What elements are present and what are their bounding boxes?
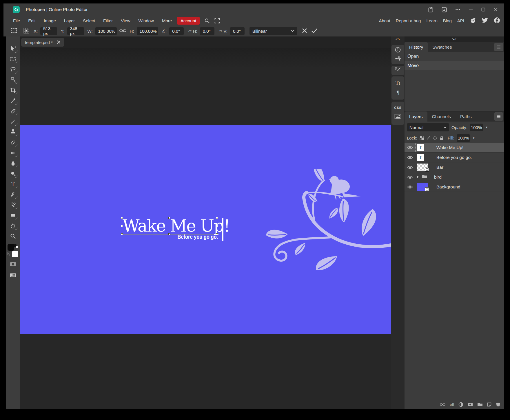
- width-input[interactable]: 100.00%: [95, 27, 117, 35]
- canvas-viewport[interactable]: Wake Me Up! Before you go go.: [20, 48, 391, 409]
- paragraph-panel-icon[interactable]: ¶: [397, 90, 399, 96]
- layer-effects-button[interactable]: eff: [450, 402, 454, 407]
- layer-row-before-you-go-go[interactable]: T Before you go go.: [405, 153, 504, 162]
- layer-name[interactable]: Before you go go.: [436, 155, 472, 160]
- menu-api[interactable]: API: [457, 16, 464, 25]
- reference-point-selector[interactable]: [23, 27, 30, 35]
- menu-more[interactable]: More: [158, 16, 176, 25]
- lock-transparency-icon[interactable]: [420, 136, 424, 140]
- close-button[interactable]: [494, 8, 498, 12]
- history-panel-menu-icon[interactable]: [494, 43, 503, 51]
- swap-colors-icon[interactable]: [7, 252, 11, 257]
- angle-input[interactable]: 0.0°: [169, 27, 184, 35]
- transform-handle-top-middle[interactable]: [168, 217, 170, 219]
- account-button[interactable]: Account: [177, 17, 200, 25]
- menu-image[interactable]: Image: [40, 16, 60, 25]
- hand-tool[interactable]: [8, 221, 18, 231]
- canvas-headline-text[interactable]: Wake Me Up!: [123, 217, 230, 235]
- canvas-subtitle-text[interactable]: Before you go go.: [178, 234, 218, 240]
- brush-tool[interactable]: [8, 116, 18, 127]
- minimize-button[interactable]: [469, 8, 473, 12]
- menu-layer[interactable]: Layer: [60, 16, 79, 25]
- gradient-tool[interactable]: [8, 148, 18, 158]
- fill-slider-arrow[interactable]: ▼: [472, 137, 475, 140]
- transform-handle-bottom-left[interactable]: [121, 233, 123, 235]
- color-swatches[interactable]: [7, 244, 19, 257]
- character-panel-icon[interactable]: Tt: [396, 80, 400, 86]
- opacity-slider-arrow[interactable]: ▼: [485, 126, 488, 129]
- x-input[interactable]: 513 px: [40, 27, 57, 35]
- background-color-swatch[interactable]: [12, 251, 18, 257]
- add-mask-icon[interactable]: [468, 403, 473, 406]
- layer-row-background[interactable]: Background: [405, 182, 504, 192]
- document-tab-close-icon[interactable]: [57, 40, 61, 45]
- twitter-icon[interactable]: [482, 17, 488, 24]
- visibility-eye-icon[interactable]: [405, 185, 416, 189]
- visibility-eye-icon[interactable]: [405, 175, 416, 179]
- delete-layer-icon[interactable]: [496, 402, 500, 407]
- shape-tool[interactable]: [8, 210, 18, 221]
- layers-panel-menu-icon[interactable]: [494, 112, 503, 121]
- canvas-bar-element[interactable]: [222, 218, 223, 241]
- facebook-icon[interactable]: [494, 17, 500, 24]
- path-select-tool[interactable]: [8, 200, 18, 210]
- y-input[interactable]: 348 px: [67, 27, 84, 35]
- menu-learn[interactable]: Learn: [426, 16, 437, 25]
- layer-name[interactable]: Bar: [436, 165, 443, 170]
- fill-input[interactable]: 100%: [457, 134, 470, 142]
- text-layer-thumbnail[interactable]: T: [417, 144, 424, 151]
- menu-file[interactable]: File: [9, 16, 24, 25]
- page-inspect-icon[interactable]: [442, 7, 447, 12]
- text-layer-thumbnail[interactable]: T: [417, 154, 424, 161]
- tab-channels[interactable]: Channels: [427, 111, 456, 122]
- transform-handle-bottom-middle[interactable]: [168, 233, 170, 235]
- layer-name[interactable]: bird: [434, 175, 442, 180]
- move-tool[interactable]: [8, 43, 18, 54]
- new-layer-icon[interactable]: [487, 402, 491, 407]
- menu-filter[interactable]: Filter: [99, 16, 117, 25]
- canvas[interactable]: Wake Me Up! Before you go go.: [20, 125, 391, 334]
- layer-row-bird[interactable]: bird: [405, 172, 504, 182]
- adjustment-layer-icon[interactable]: [458, 402, 463, 407]
- healing-tool[interactable]: [8, 106, 18, 116]
- menu-edit[interactable]: Edit: [24, 16, 40, 25]
- quick-mask-button[interactable]: [8, 259, 18, 269]
- menu-blog[interactable]: Blog: [443, 16, 452, 25]
- foreground-color-swatch[interactable]: [8, 244, 14, 251]
- blur-tool[interactable]: [8, 158, 18, 168]
- document-tab[interactable]: template.psd *: [21, 38, 64, 47]
- menu-view[interactable]: View: [117, 16, 134, 25]
- tab-layers[interactable]: Layers: [405, 111, 427, 122]
- crop-tool[interactable]: [8, 85, 18, 96]
- link-layers-icon[interactable]: [440, 403, 445, 406]
- cancel-transform-icon[interactable]: [302, 28, 307, 34]
- dock-collapse-left[interactable]: <>: [396, 36, 400, 42]
- lock-all-icon[interactable]: [440, 136, 444, 140]
- magic-wand-tool[interactable]: [8, 75, 18, 85]
- opacity-input[interactable]: 100%: [470, 124, 483, 131]
- eraser-tool[interactable]: [8, 137, 18, 148]
- group-expand-arrow-icon[interactable]: [417, 175, 419, 180]
- tab-paths[interactable]: Paths: [456, 111, 476, 122]
- info-panel-icon[interactable]: [395, 47, 401, 54]
- tab-swatches[interactable]: Swatches: [428, 42, 456, 52]
- new-group-icon[interactable]: [477, 402, 483, 406]
- menu-window[interactable]: Window: [134, 16, 158, 25]
- clone-stamp-tool[interactable]: [8, 127, 18, 137]
- clipboard-icon[interactable]: [428, 7, 433, 12]
- confirm-transform-icon[interactable]: [311, 28, 318, 34]
- menu-report-a-bug[interactable]: Report a bug: [396, 16, 421, 25]
- keyboard-shortcuts-button[interactable]: [8, 270, 18, 280]
- dock-collapse-right[interactable]: ><: [405, 36, 504, 42]
- height-input[interactable]: 100.00%: [137, 27, 158, 35]
- raster-layer-thumbnail[interactable]: [417, 164, 428, 171]
- zoom-tool[interactable]: [8, 231, 18, 241]
- reddit-icon[interactable]: [470, 17, 476, 24]
- search-icon[interactable]: [204, 18, 210, 23]
- layer-row-wake-me-up[interactable]: T Wake Me Up!: [405, 143, 504, 153]
- menu-select[interactable]: Select: [79, 16, 99, 25]
- layer-name[interactable]: Wake Me Up!: [436, 145, 463, 150]
- type-tool[interactable]: T: [8, 179, 18, 189]
- lasso-select-tool[interactable]: [8, 64, 18, 75]
- eyedropper-tool[interactable]: [8, 96, 18, 106]
